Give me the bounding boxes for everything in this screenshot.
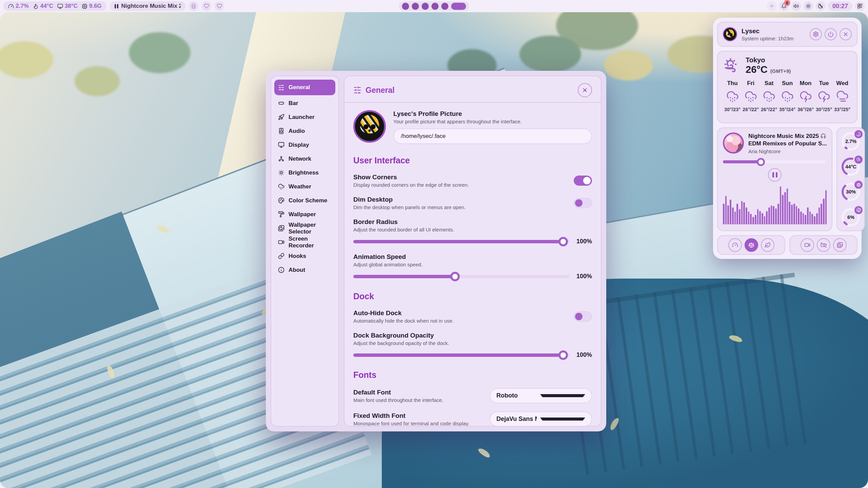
auto-hide-dock-toggle[interactable] [574, 311, 592, 322]
widgets-button[interactable] [855, 1, 865, 11]
sidebar-item-hooks[interactable]: Hooks [274, 249, 335, 263]
settings-button[interactable] [810, 28, 822, 40]
slider-handle[interactable] [450, 272, 460, 281]
workspace-dot[interactable] [432, 3, 439, 10]
profile-description: Your profile picture that appears throug… [393, 119, 592, 124]
night-light-button[interactable] [816, 1, 825, 11]
album-art [723, 133, 744, 154]
page-title: General [366, 86, 395, 95]
sidebar-item-screen-recorder[interactable]: Screen Recorder [274, 235, 335, 249]
flame-icon [33, 3, 39, 9]
close-button[interactable] [578, 83, 592, 97]
slider-handle[interactable] [757, 158, 765, 166]
fixed-font-dropdown[interactable]: DejaVu Sans Mono [490, 411, 592, 427]
close-panel-button[interactable] [840, 28, 852, 40]
notifications-button[interactable]: 8 [779, 1, 789, 11]
user-name: Lysec [742, 27, 793, 35]
images-icon [278, 225, 284, 231]
workspace-dot[interactable] [422, 3, 429, 10]
clock[interactable]: 00:27 [828, 1, 852, 11]
section-heading-fonts: Fonts [353, 370, 592, 380]
gpu-temp-stat: 38°C [57, 3, 78, 9]
top-bar: 2.7% 44°C 38°C 9.6G Nightcore Music Mix … [0, 0, 868, 12]
sidebar-item-bar[interactable]: Bar [274, 96, 335, 110]
workspace-indicator[interactable] [399, 1, 469, 11]
weather-city: Tokyo [746, 56, 791, 64]
setting-row-auto-hide-dock: Auto-Hide Dock Automatically hide the do… [353, 309, 592, 324]
sidebar-item-about[interactable]: About [274, 263, 335, 277]
heart-button-2[interactable] [215, 1, 224, 11]
weather-forecast: Thu 30°/23° Fri 26°/22° Sat 26°/22° Sun … [723, 80, 851, 112]
heart-icon [204, 3, 209, 9]
sidebar-item-wallpaper-selector[interactable]: Wallpaper Selector [274, 221, 335, 235]
performance-profile-button[interactable] [728, 238, 742, 252]
sliders-icon [278, 84, 284, 91]
workspace-dot-active[interactable] [451, 3, 466, 10]
system-stats-module[interactable]: 2.7% 44°C 38°C 9.6G [3, 1, 106, 11]
bar-pill-icon [278, 100, 284, 106]
workspace-dot[interactable] [412, 3, 419, 10]
sidebar-item-display[interactable]: Display [274, 138, 335, 152]
profile-path-input[interactable] [393, 128, 592, 144]
slider-handle[interactable] [558, 237, 568, 246]
media-player-module[interactable]: Nightcore Music Mix 20... [110, 1, 185, 11]
workspace-dot[interactable] [402, 3, 409, 10]
setting-row-fixed-font: Fixed Width Font Monospace font used for… [353, 411, 592, 427]
workspace-dot[interactable] [441, 3, 449, 10]
sidebar-item-audio[interactable]: Audio [274, 124, 335, 138]
video-icon [804, 242, 810, 248]
track-progress-slider[interactable] [723, 160, 825, 163]
dim-desktop-toggle[interactable] [574, 198, 592, 208]
default-font-dropdown[interactable]: Roboto [490, 388, 592, 403]
track-title-line1: Nightcore Music Mix 2025 [748, 133, 819, 139]
setting-row-dock-opacity: Dock Background Opacity Adjust the backg… [353, 332, 592, 359]
animation-speed-slider[interactable] [353, 275, 570, 278]
control-center-panel: Lysec System uptime: 1h23m Tokyo 26°C (G… [713, 18, 862, 259]
sidebar-item-weather[interactable]: Weather [274, 180, 335, 194]
cpu-usage-stat: 2.7% [8, 3, 29, 9]
header-divider [344, 102, 601, 103]
sidebar-item-network[interactable]: Network [274, 152, 335, 166]
dock-opacity-slider[interactable] [353, 353, 570, 357]
track-title-line2: EDM Remixes of Popular S... [748, 140, 827, 147]
link-icon [278, 253, 284, 259]
screen-record-off-button[interactable] [817, 238, 830, 252]
setting-row-default-font: Default Font Main font used throughout t… [353, 388, 592, 403]
sidebar-item-general[interactable]: General [274, 80, 335, 95]
tray-app-icon[interactable] [767, 1, 776, 11]
pause-button[interactable] [768, 168, 782, 182]
sidebar-item-wallpaper[interactable]: Wallpaper [274, 207, 335, 221]
section-heading-dock: Dock [353, 291, 592, 301]
setting-row-border-radius: Border Radius Adjust the rounded border … [353, 218, 592, 245]
cat-app-icon [769, 3, 774, 9]
border-radius-slider[interactable] [353, 240, 570, 243]
rocket-icon [278, 114, 284, 120]
system-uptime: System uptime: 1h23m [742, 36, 793, 41]
volume-button[interactable] [791, 1, 801, 11]
sidebar-item-brightness[interactable]: Brightness [274, 166, 335, 180]
cloud-drizzle-icon [726, 90, 739, 103]
heart-button-1[interactable] [202, 1, 211, 11]
power-saver-profile-button[interactable] [761, 238, 774, 252]
pause-icon [772, 172, 777, 178]
profile-avatar[interactable] [353, 110, 386, 143]
wallpaper-selector-button[interactable] [833, 238, 847, 252]
balanced-profile-button[interactable] [745, 238, 758, 252]
brightness-button[interactable] [804, 1, 813, 11]
scales-icon [748, 242, 754, 248]
cloud-lightning-icon [818, 90, 830, 103]
power-button[interactable] [825, 28, 837, 40]
cloud-fog-icon [836, 90, 849, 103]
slider-handle[interactable] [558, 350, 568, 360]
screen-record-button[interactable] [801, 238, 814, 252]
memory-stat: 9.6G [82, 3, 102, 9]
display-icon [57, 3, 63, 9]
profile-picture-row: Lysec's Profile Picture Your profile pic… [353, 110, 592, 144]
show-corners-toggle[interactable] [574, 176, 592, 186]
sidebar-item-launcher[interactable]: Launcher [274, 110, 335, 124]
sidebar-item-color-scheme[interactable]: Color Scheme [274, 194, 335, 207]
video-off-icon [821, 242, 827, 248]
settings-sidebar: General Bar Launcher Audio Display Netwo… [271, 76, 339, 427]
notification-count-badge: 8 [784, 0, 790, 6]
ghost-button[interactable] [189, 1, 198, 11]
